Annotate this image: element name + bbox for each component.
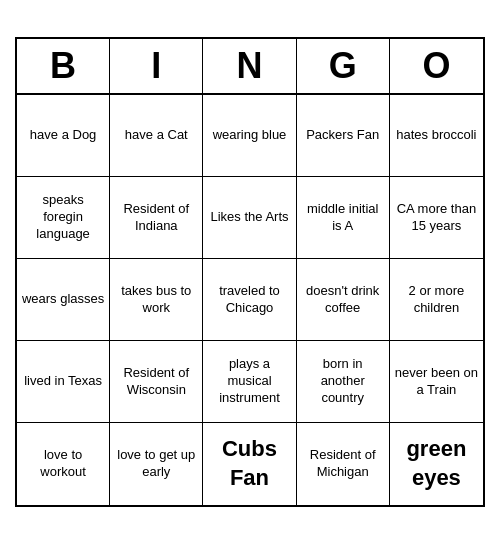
bingo-cell-5[interactable]: speaks foregin language xyxy=(17,177,110,259)
bingo-cell-12[interactable]: traveled to Chicago xyxy=(203,259,296,341)
header-n: N xyxy=(203,39,296,93)
bingo-cell-24[interactable]: green eyes xyxy=(390,423,483,505)
bingo-cell-11[interactable]: takes bus to work xyxy=(110,259,203,341)
bingo-cell-13[interactable]: doesn't drink coffee xyxy=(297,259,390,341)
bingo-cell-0[interactable]: have a Dog xyxy=(17,95,110,177)
bingo-cell-23[interactable]: Resident of Michigan xyxy=(297,423,390,505)
bingo-cell-1[interactable]: have a Cat xyxy=(110,95,203,177)
bingo-cell-6[interactable]: Resident of Indiana xyxy=(110,177,203,259)
bingo-cell-21[interactable]: love to get up early xyxy=(110,423,203,505)
bingo-cell-8[interactable]: middle initial is A xyxy=(297,177,390,259)
bingo-grid: have a Doghave a Catwearing bluePackers … xyxy=(17,95,483,505)
bingo-cell-19[interactable]: never been on a Train xyxy=(390,341,483,423)
header-g: G xyxy=(297,39,390,93)
bingo-cell-15[interactable]: lived in Texas xyxy=(17,341,110,423)
bingo-cell-10[interactable]: wears glasses xyxy=(17,259,110,341)
header-b: B xyxy=(17,39,110,93)
bingo-cell-3[interactable]: Packers Fan xyxy=(297,95,390,177)
bingo-cell-20[interactable]: love to workout xyxy=(17,423,110,505)
bingo-cell-9[interactable]: CA more than 15 years xyxy=(390,177,483,259)
bingo-cell-17[interactable]: plays a musical instrument xyxy=(203,341,296,423)
bingo-cell-4[interactable]: hates broccoli xyxy=(390,95,483,177)
header-o: O xyxy=(390,39,483,93)
bingo-cell-2[interactable]: wearing blue xyxy=(203,95,296,177)
bingo-cell-7[interactable]: Likes the Arts xyxy=(203,177,296,259)
bingo-cell-14[interactable]: 2 or more children xyxy=(390,259,483,341)
header-i: I xyxy=(110,39,203,93)
bingo-card: B I N G O have a Doghave a Catwearing bl… xyxy=(15,37,485,507)
bingo-cell-18[interactable]: born in another country xyxy=(297,341,390,423)
bingo-cell-16[interactable]: Resident of Wisconsin xyxy=(110,341,203,423)
bingo-cell-22[interactable]: Cubs Fan xyxy=(203,423,296,505)
bingo-header: B I N G O xyxy=(17,39,483,95)
